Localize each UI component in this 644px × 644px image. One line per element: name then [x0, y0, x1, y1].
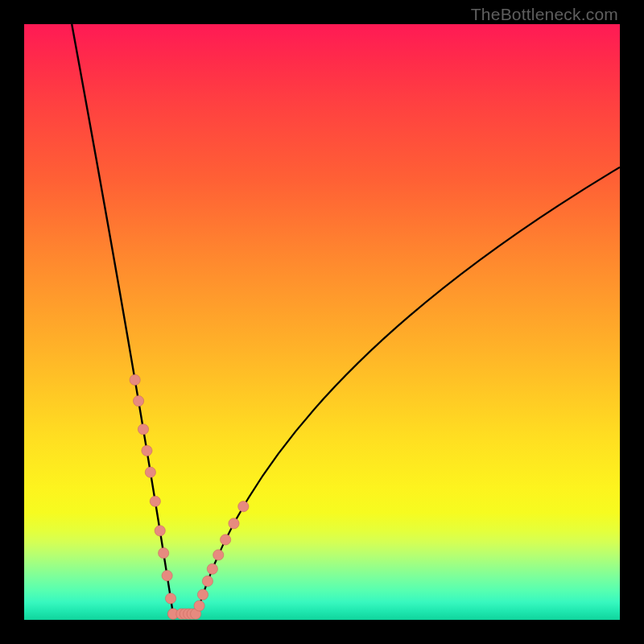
data-point: [133, 396, 143, 407]
data-point: [130, 374, 140, 385]
watermark-text: TheBottleneck.com: [471, 5, 618, 24]
data-point: [155, 526, 165, 536]
chart-svg: [24, 24, 620, 620]
data-point: [207, 564, 217, 574]
curve-right-branch: [197, 167, 620, 614]
data-point: [238, 502, 249, 512]
data-point: [221, 535, 231, 545]
curve-left-branch: [72, 24, 173, 614]
data-point: [229, 518, 239, 529]
data-point: [194, 601, 204, 611]
data-point: [202, 576, 213, 586]
data-point: [213, 550, 224, 560]
data-point: [159, 547, 169, 558]
data-point: [138, 424, 148, 435]
chart-plot-area: [24, 24, 620, 620]
data-point: [162, 570, 172, 580]
data-point-markers: [130, 374, 249, 619]
data-point: [150, 496, 160, 506]
data-point: [145, 467, 155, 477]
data-point: [197, 589, 208, 600]
data-point: [142, 445, 152, 456]
data-point: [165, 593, 175, 604]
